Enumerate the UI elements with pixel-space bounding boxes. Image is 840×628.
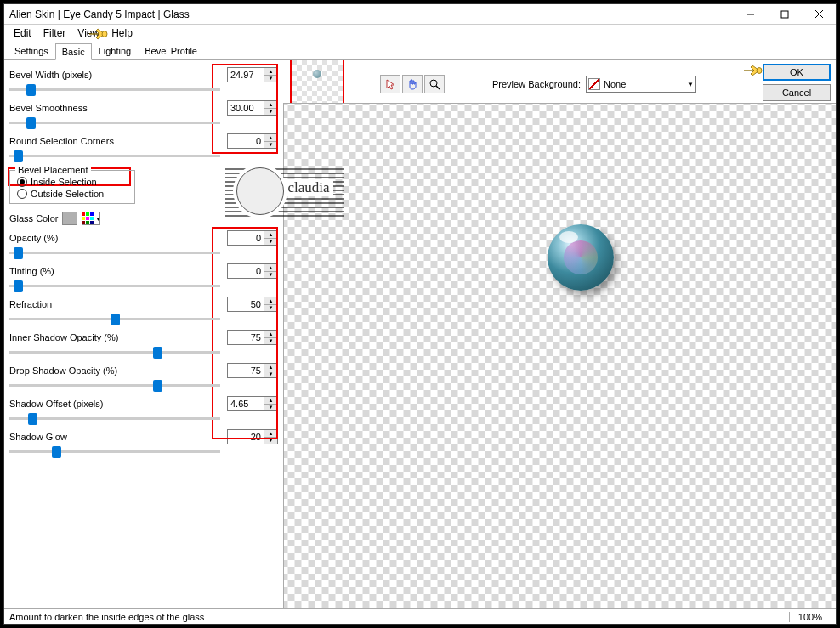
tinting-spin[interactable]: ▲▼ <box>227 263 278 279</box>
shadow-offset-spin[interactable]: ▲▼ <box>227 396 278 411</box>
inner-shadow-slider[interactable] <box>9 347 220 359</box>
menubar: Edit Filter View Help <box>4 25 836 42</box>
menu-view[interactable]: View <box>71 25 105 41</box>
radio-outside-selection[interactable]: Outside Selection <box>17 188 128 200</box>
opacity-spin[interactable]: ▲▼ <box>227 230 278 246</box>
tab-settings[interactable]: Settings <box>8 42 55 59</box>
refraction-slider[interactable] <box>9 314 220 325</box>
ok-button[interactable]: OK <box>763 64 831 81</box>
bevel-smoothness-slider[interactable] <box>9 117 220 129</box>
bevel-width-input[interactable] <box>228 68 264 82</box>
slider-thumb[interactable] <box>153 380 162 392</box>
inner-shadow-input[interactable] <box>228 331 264 344</box>
menu-filter[interactable]: Filter <box>37 25 72 41</box>
shadow-offset-slider[interactable] <box>9 413 220 425</box>
round-corners-slider[interactable] <box>9 150 220 162</box>
refraction-input[interactable] <box>228 297 264 311</box>
tab-basic[interactable]: Basic <box>55 43 92 60</box>
up-arrow-icon[interactable]: ▲ <box>264 134 277 142</box>
menu-edit[interactable]: Edit <box>8 25 37 41</box>
up-arrow-icon[interactable]: ▲ <box>264 264 277 272</box>
param-shadow-offset: Shadow Offset (pixels) ▲▼ <box>9 396 278 425</box>
svg-rect-1 <box>781 11 788 18</box>
slider-thumb[interactable] <box>14 280 23 292</box>
shadow-offset-input[interactable] <box>228 397 264 410</box>
down-arrow-icon[interactable]: ▼ <box>264 239 277 246</box>
tinting-label: Tinting (%) <box>9 266 227 276</box>
refraction-spin[interactable]: ▲▼ <box>227 297 278 312</box>
zoom-tool-button[interactable] <box>424 75 445 93</box>
zoom-level: 100% <box>789 612 831 622</box>
pointer-tool-button[interactable] <box>380 75 400 93</box>
inner-shadow-spin[interactable]: ▲▼ <box>227 330 278 345</box>
thumbnail-preview[interactable] <box>290 60 344 105</box>
slider-thumb[interactable] <box>26 84 36 96</box>
up-arrow-icon[interactable]: ▲ <box>264 68 277 76</box>
up-arrow-icon[interactable]: ▲ <box>264 297 277 305</box>
maximize-button[interactable] <box>768 5 802 24</box>
bevel-smoothness-spin[interactable]: ▲▼ <box>227 100 278 116</box>
tab-lighting[interactable]: Lighting <box>92 42 139 59</box>
up-arrow-icon[interactable]: ▲ <box>264 430 277 438</box>
tab-bevel-profile[interactable]: Bevel Profile <box>138 42 204 59</box>
radio-inside-selection[interactable]: Inside Selection <box>17 176 128 188</box>
close-button[interactable] <box>802 5 836 24</box>
color-picker-button[interactable]: ▼ <box>82 212 100 225</box>
minimize-button[interactable] <box>734 5 768 24</box>
up-arrow-icon[interactable]: ▲ <box>264 331 277 338</box>
down-arrow-icon[interactable]: ▼ <box>264 371 277 378</box>
round-corners-label: Round Selection Corners <box>9 136 227 146</box>
round-corners-input[interactable] <box>228 134 264 148</box>
down-arrow-icon[interactable]: ▼ <box>264 142 277 149</box>
hand-tool-button[interactable] <box>402 75 423 93</box>
preview-canvas[interactable] <box>283 103 836 608</box>
preview-bg-label: Preview Background: <box>492 79 581 89</box>
param-inner-shadow: Inner Shadow Opacity (%) ▲▼ <box>9 330 278 359</box>
outside-selection-label: Outside Selection <box>31 189 104 199</box>
tinting-input[interactable] <box>228 264 264 278</box>
up-arrow-icon[interactable]: ▲ <box>264 397 277 405</box>
opacity-input[interactable] <box>228 231 264 245</box>
slider-thumb[interactable] <box>14 247 23 259</box>
slider-thumb[interactable] <box>26 117 36 129</box>
down-arrow-icon[interactable]: ▼ <box>264 272 277 279</box>
glass-color-swatch[interactable] <box>62 212 77 225</box>
up-arrow-icon[interactable]: ▲ <box>264 231 277 239</box>
bevel-smoothness-label: Bevel Smoothness <box>9 103 227 113</box>
glass-color-row: Glass Color ▼ <box>9 212 278 225</box>
param-opacity: Opacity (%) ▲▼ <box>9 230 278 259</box>
down-arrow-icon[interactable]: ▼ <box>264 76 277 82</box>
inner-shadow-label: Inner Shadow Opacity (%) <box>9 332 227 342</box>
glass-ball-preview <box>548 224 614 291</box>
bevel-width-spin[interactable]: ▲▼ <box>227 67 278 82</box>
shadow-glow-slider[interactable] <box>9 446 220 458</box>
shadow-glow-input[interactable] <box>228 430 264 444</box>
cancel-button[interactable]: Cancel <box>763 84 831 101</box>
drop-shadow-slider[interactable] <box>9 380 220 392</box>
opacity-slider[interactable] <box>9 247 220 259</box>
down-arrow-icon[interactable]: ▼ <box>264 305 277 312</box>
down-arrow-icon[interactable]: ▼ <box>264 405 277 411</box>
slider-thumb[interactable] <box>153 347 162 359</box>
bevel-width-slider[interactable] <box>9 84 220 96</box>
down-arrow-icon[interactable]: ▼ <box>264 438 277 444</box>
round-corners-spin[interactable]: ▲▼ <box>227 133 278 149</box>
menu-help[interactable]: Help <box>105 25 139 41</box>
opacity-label: Opacity (%) <box>9 233 227 243</box>
drop-shadow-input[interactable] <box>228 364 264 377</box>
slider-thumb[interactable] <box>28 413 37 425</box>
tinting-slider[interactable] <box>9 280 220 292</box>
drop-shadow-spin[interactable]: ▲▼ <box>227 363 278 378</box>
slider-thumb[interactable] <box>14 150 23 162</box>
preview-bg-combo[interactable]: None ▼ <box>586 76 696 93</box>
down-arrow-icon[interactable]: ▼ <box>264 338 277 345</box>
preview-bg-value: None <box>604 79 687 89</box>
up-arrow-icon[interactable]: ▲ <box>264 101 277 109</box>
shadow-glow-spin[interactable]: ▲▼ <box>227 429 278 444</box>
down-arrow-icon[interactable]: ▼ <box>264 109 277 116</box>
slider-thumb[interactable] <box>111 314 120 325</box>
bevel-smoothness-input[interactable] <box>228 101 264 115</box>
slider-thumb[interactable] <box>52 446 61 458</box>
up-arrow-icon[interactable]: ▲ <box>264 364 277 371</box>
bevel-width-label: Bevel Width (pixels) <box>9 70 227 80</box>
